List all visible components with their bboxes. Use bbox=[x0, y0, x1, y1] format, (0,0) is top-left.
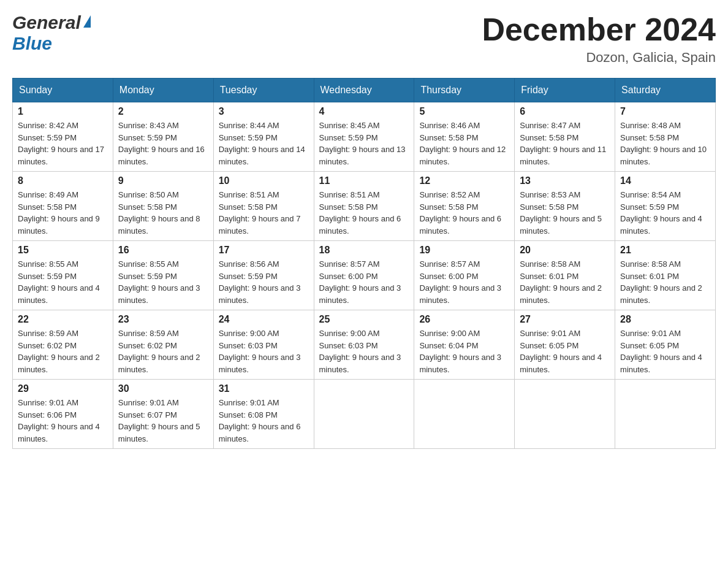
day-info: Sunrise: 8:55 AMSunset: 5:59 PMDaylight:… bbox=[18, 258, 108, 306]
day-cell: 22Sunrise: 8:59 AMSunset: 6:02 PMDayligh… bbox=[13, 310, 113, 380]
day-header-thursday: Thursday bbox=[414, 79, 515, 102]
day-cell: 24Sunrise: 9:00 AMSunset: 6:03 PMDayligh… bbox=[213, 310, 314, 380]
day-cell: 2Sunrise: 8:43 AMSunset: 5:59 PMDaylight… bbox=[113, 102, 213, 172]
day-info: Sunrise: 9:00 AMSunset: 6:04 PMDaylight:… bbox=[419, 327, 509, 375]
day-info: Sunrise: 8:57 AMSunset: 6:00 PMDaylight:… bbox=[319, 258, 409, 306]
day-number: 16 bbox=[118, 245, 208, 256]
day-info: Sunrise: 9:01 AMSunset: 6:08 PMDaylight:… bbox=[219, 397, 309, 445]
day-cell: 31Sunrise: 9:01 AMSunset: 6:08 PMDayligh… bbox=[213, 380, 314, 449]
day-number: 18 bbox=[319, 245, 409, 256]
day-info: Sunrise: 8:50 AMSunset: 5:58 PMDaylight:… bbox=[118, 189, 208, 237]
day-number: 4 bbox=[319, 106, 409, 117]
day-number: 10 bbox=[219, 175, 309, 186]
day-cell: 20Sunrise: 8:58 AMSunset: 6:01 PMDayligh… bbox=[515, 241, 615, 310]
day-info: Sunrise: 8:58 AMSunset: 6:01 PMDaylight:… bbox=[620, 258, 710, 306]
location-title: Dozon, Galicia, Spain bbox=[482, 50, 716, 66]
day-cell: 11Sunrise: 8:51 AMSunset: 5:58 PMDayligh… bbox=[314, 172, 414, 241]
day-cell: 18Sunrise: 8:57 AMSunset: 6:00 PMDayligh… bbox=[314, 241, 414, 310]
day-info: Sunrise: 8:59 AMSunset: 6:02 PMDaylight:… bbox=[18, 327, 108, 375]
day-number: 22 bbox=[18, 314, 108, 325]
day-number: 24 bbox=[219, 314, 309, 325]
day-cell: 19Sunrise: 8:57 AMSunset: 6:00 PMDayligh… bbox=[414, 241, 515, 310]
day-info: Sunrise: 9:00 AMSunset: 6:03 PMDaylight:… bbox=[319, 327, 409, 375]
day-info: Sunrise: 9:01 AMSunset: 6:06 PMDaylight:… bbox=[18, 397, 108, 445]
day-number: 13 bbox=[520, 175, 610, 186]
day-info: Sunrise: 8:54 AMSunset: 5:59 PMDaylight:… bbox=[620, 189, 710, 237]
day-info: Sunrise: 8:43 AMSunset: 5:59 PMDaylight:… bbox=[118, 120, 208, 167]
day-cell: 5Sunrise: 8:46 AMSunset: 5:58 PMDaylight… bbox=[414, 102, 515, 172]
day-info: Sunrise: 9:00 AMSunset: 6:03 PMDaylight:… bbox=[219, 327, 309, 375]
day-info: Sunrise: 8:56 AMSunset: 5:59 PMDaylight:… bbox=[219, 258, 309, 306]
day-number: 26 bbox=[419, 314, 509, 325]
day-info: Sunrise: 8:49 AMSunset: 5:58 PMDaylight:… bbox=[18, 189, 108, 237]
day-number: 31 bbox=[219, 383, 309, 394]
day-number: 14 bbox=[620, 175, 710, 186]
day-info: Sunrise: 9:01 AMSunset: 6:07 PMDaylight:… bbox=[118, 397, 208, 445]
day-info: Sunrise: 8:45 AMSunset: 5:59 PMDaylight:… bbox=[319, 120, 409, 167]
day-header-monday: Monday bbox=[113, 79, 213, 102]
day-info: Sunrise: 9:01 AMSunset: 6:05 PMDaylight:… bbox=[620, 327, 710, 375]
logo-triangle-icon bbox=[83, 15, 91, 28]
day-cell: 21Sunrise: 8:58 AMSunset: 6:01 PMDayligh… bbox=[615, 241, 716, 310]
day-info: Sunrise: 8:42 AMSunset: 5:59 PMDaylight:… bbox=[18, 120, 108, 167]
day-cell: 23Sunrise: 8:59 AMSunset: 6:02 PMDayligh… bbox=[113, 310, 213, 380]
day-cell: 27Sunrise: 9:01 AMSunset: 6:05 PMDayligh… bbox=[515, 310, 615, 380]
day-cell: 26Sunrise: 9:00 AMSunset: 6:04 PMDayligh… bbox=[414, 310, 515, 380]
day-number: 21 bbox=[620, 245, 710, 256]
day-info: Sunrise: 8:51 AMSunset: 5:58 PMDaylight:… bbox=[319, 189, 409, 237]
day-cell bbox=[515, 380, 615, 449]
logo-blue: Blue bbox=[12, 33, 91, 54]
day-number: 3 bbox=[219, 106, 309, 117]
day-number: 1 bbox=[18, 106, 108, 117]
day-cell: 4Sunrise: 8:45 AMSunset: 5:59 PMDaylight… bbox=[314, 102, 414, 172]
day-cell: 29Sunrise: 9:01 AMSunset: 6:06 PMDayligh… bbox=[13, 380, 113, 449]
day-cell bbox=[314, 380, 414, 449]
day-info: Sunrise: 8:46 AMSunset: 5:58 PMDaylight:… bbox=[419, 120, 509, 167]
day-header-tuesday: Tuesday bbox=[213, 79, 314, 102]
day-cell: 12Sunrise: 8:52 AMSunset: 5:58 PMDayligh… bbox=[414, 172, 515, 241]
day-cell: 6Sunrise: 8:47 AMSunset: 5:58 PMDaylight… bbox=[515, 102, 615, 172]
logo: General Blue bbox=[12, 12, 91, 54]
day-number: 6 bbox=[520, 106, 610, 117]
day-number: 5 bbox=[419, 106, 509, 117]
day-header-saturday: Saturday bbox=[615, 79, 716, 102]
day-cell: 1Sunrise: 8:42 AMSunset: 5:59 PMDaylight… bbox=[13, 102, 113, 172]
day-number: 30 bbox=[118, 383, 208, 394]
day-cell: 17Sunrise: 8:56 AMSunset: 5:59 PMDayligh… bbox=[213, 241, 314, 310]
day-number: 8 bbox=[18, 175, 108, 186]
day-cell: 10Sunrise: 8:51 AMSunset: 5:58 PMDayligh… bbox=[213, 172, 314, 241]
day-cell: 25Sunrise: 9:00 AMSunset: 6:03 PMDayligh… bbox=[314, 310, 414, 380]
day-header-wednesday: Wednesday bbox=[314, 79, 414, 102]
day-info: Sunrise: 8:52 AMSunset: 5:58 PMDaylight:… bbox=[419, 189, 509, 237]
day-number: 2 bbox=[118, 106, 208, 117]
day-info: Sunrise: 8:44 AMSunset: 5:59 PMDaylight:… bbox=[219, 120, 309, 167]
day-number: 25 bbox=[319, 314, 409, 325]
day-info: Sunrise: 8:58 AMSunset: 6:01 PMDaylight:… bbox=[520, 258, 610, 306]
day-number: 7 bbox=[620, 106, 710, 117]
day-number: 19 bbox=[419, 245, 509, 256]
day-cell: 3Sunrise: 8:44 AMSunset: 5:59 PMDaylight… bbox=[213, 102, 314, 172]
day-number: 17 bbox=[219, 245, 309, 256]
week-row-1: 1Sunrise: 8:42 AMSunset: 5:59 PMDaylight… bbox=[13, 102, 716, 172]
day-cell: 30Sunrise: 9:01 AMSunset: 6:07 PMDayligh… bbox=[113, 380, 213, 449]
day-cell: 7Sunrise: 8:48 AMSunset: 5:58 PMDaylight… bbox=[615, 102, 716, 172]
day-cell: 9Sunrise: 8:50 AMSunset: 5:58 PMDaylight… bbox=[113, 172, 213, 241]
day-cell bbox=[615, 380, 716, 449]
day-number: 29 bbox=[18, 383, 108, 394]
week-row-4: 22Sunrise: 8:59 AMSunset: 6:02 PMDayligh… bbox=[13, 310, 716, 380]
day-number: 27 bbox=[520, 314, 610, 325]
day-number: 12 bbox=[419, 175, 509, 186]
day-cell: 15Sunrise: 8:55 AMSunset: 5:59 PMDayligh… bbox=[13, 241, 113, 310]
day-number: 15 bbox=[18, 245, 108, 256]
day-info: Sunrise: 8:57 AMSunset: 6:00 PMDaylight:… bbox=[419, 258, 509, 306]
day-info: Sunrise: 9:01 AMSunset: 6:05 PMDaylight:… bbox=[520, 327, 610, 375]
week-row-2: 8Sunrise: 8:49 AMSunset: 5:58 PMDaylight… bbox=[13, 172, 716, 241]
month-title: December 2024 bbox=[482, 12, 716, 47]
day-info: Sunrise: 8:47 AMSunset: 5:58 PMDaylight:… bbox=[520, 120, 610, 167]
day-info: Sunrise: 8:55 AMSunset: 5:59 PMDaylight:… bbox=[118, 258, 208, 306]
day-cell: 28Sunrise: 9:01 AMSunset: 6:05 PMDayligh… bbox=[615, 310, 716, 380]
day-cell: 13Sunrise: 8:53 AMSunset: 5:58 PMDayligh… bbox=[515, 172, 615, 241]
day-info: Sunrise: 8:48 AMSunset: 5:58 PMDaylight:… bbox=[620, 120, 710, 167]
day-info: Sunrise: 8:51 AMSunset: 5:58 PMDaylight:… bbox=[219, 189, 309, 237]
day-cell: 14Sunrise: 8:54 AMSunset: 5:59 PMDayligh… bbox=[615, 172, 716, 241]
